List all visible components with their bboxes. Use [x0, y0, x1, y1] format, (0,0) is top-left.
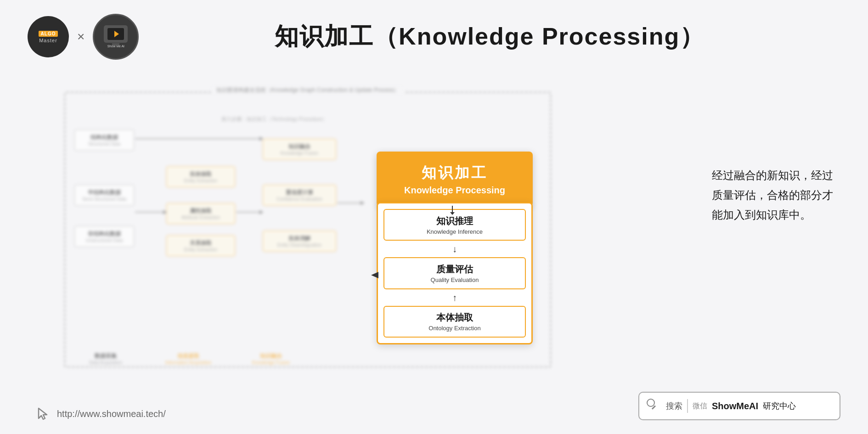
- left-arrow-svg: [371, 271, 379, 279]
- research-center: 研究中心: [763, 400, 796, 411]
- bottom-2-cn: 信息提取: [161, 352, 216, 360]
- play-icon: [114, 31, 119, 37]
- search-icon-wrapper: [647, 399, 661, 413]
- extract-2-en: Attribute Extraction: [170, 215, 231, 220]
- fusion-2-en: Confidence Evaluation: [267, 197, 332, 202]
- extract-1-cn: 实体抽取: [170, 170, 231, 178]
- step-quality-evaluation: 质量评估 Quality Evaluation: [383, 257, 526, 289]
- extract-1: 实体抽取 Entity Extraction: [166, 166, 235, 187]
- kp-title-en: Knowledge Processing: [404, 185, 505, 196]
- wechat-divider: [687, 399, 688, 413]
- source-1: 结构化数据 Structured Data: [74, 130, 134, 151]
- fusion-2-cn: 置信度计算: [267, 189, 332, 197]
- source-2-cn: 半结构化数据: [79, 189, 130, 197]
- outer-box-label: 知识图谱构建全流程（Knowledge Graph Construction &…: [212, 86, 404, 94]
- stand: [112, 43, 119, 45]
- fusion-3-en: Entity Disambiguation: [267, 242, 332, 248]
- extract-2-cn: 属性抽取: [170, 207, 231, 215]
- page-title: 知识加工（Knowledge Processing）: [139, 21, 840, 53]
- main-container: ALGO Master × Show Me AI 知识加工: [0, 0, 868, 434]
- source-3: 非结构化数据 Unstructured Data: [74, 226, 134, 247]
- fusion-1: 知识融合 Knowledge Fusion: [263, 139, 336, 160]
- bottom-3-en: Knowledge Fusion: [243, 360, 299, 365]
- connector-svg: [448, 206, 457, 215]
- source-2: 半结构化数据 Semi-Structured Data: [74, 185, 134, 206]
- extract-3-en: Entity Extraction: [170, 247, 231, 252]
- bottom-1-cn: 数据采集: [78, 352, 133, 360]
- x-separator: ×: [77, 29, 85, 44]
- bottom-1: 数据采集 Data Acquisition: [78, 352, 133, 365]
- wechat-search[interactable]: 搜索 微信 ShowMeAI 研究中心: [638, 392, 840, 420]
- bottom-2-en: Information Acquisition: [161, 360, 216, 365]
- step-3-en: Ontology Extraction: [428, 325, 480, 332]
- description-text: 经过融合的新知识，经过质量评估，合格的部分才能加入到知识库中。: [712, 165, 840, 225]
- source-1-cn: 结构化数据: [79, 134, 130, 141]
- source-1-en: Structured Data: [79, 141, 130, 147]
- logo-area: ALGO Master × Show Me AI: [28, 14, 139, 60]
- extract-3-cn: 关系抽取: [170, 239, 231, 247]
- master-text: Master: [39, 38, 57, 43]
- search-label: 搜索: [666, 400, 682, 411]
- monitor-icon: [104, 25, 128, 43]
- source-2-en: Semi-Structured Data: [79, 197, 130, 202]
- url-text: http://www.showmeai.tech/: [57, 409, 166, 419]
- source-3-en: Unstructured Data: [79, 238, 130, 243]
- extract-2: 属性抽取 Attribute Extraction: [166, 203, 235, 224]
- fusion-2: 置信度计算 Confidence Evaluation: [263, 185, 336, 206]
- step-ontology-extraction: 本体抽取 Ontology Extraction: [383, 306, 526, 338]
- arrow-up-1: ↑: [383, 293, 526, 302]
- extract-3: 关系抽取 Entity Extraction: [166, 235, 235, 256]
- bottom-row: 数据采集 Data Acquisition 信息提取 Information A…: [78, 352, 299, 365]
- showmeai-brand: ShowMeAI: [712, 401, 758, 411]
- step-3-cn: 本体抽取: [436, 311, 473, 324]
- step-2-en: Quality Evaluation: [431, 276, 479, 283]
- svg-marker-6: [371, 272, 378, 278]
- algo-badge: ALGO: [39, 31, 58, 37]
- step-1-cn: 知识推理: [436, 215, 473, 227]
- screen: [107, 28, 124, 40]
- fusion-3-cn: 实体消解: [267, 235, 332, 242]
- fusion-1-cn: 知识融合: [267, 143, 332, 151]
- bottom-3: 知识融合 Knowledge Fusion: [243, 352, 299, 365]
- process-steps-box: 知识推理 Knowledge Inference ↓ 质量评估 Quality …: [377, 202, 533, 344]
- diagram-area: 知识图谱构建全流程（Knowledge Graph Construction &…: [0, 73, 868, 388]
- bottom-3-cn: 知识融合: [243, 352, 299, 360]
- step-1-en: Knowledge Inference: [427, 228, 483, 235]
- algo-master-logo: ALGO Master: [28, 16, 69, 57]
- extract-1-en: Entity Extraction: [170, 178, 231, 183]
- knowledge-processing-box: 知识加工 Knowledge Processing: [377, 152, 533, 207]
- showme-logo: Show Me AI: [93, 14, 139, 60]
- header: ALGO Master × Show Me AI 知识加工: [0, 0, 868, 73]
- wechat-label: 微信: [693, 401, 707, 411]
- cursor-icon: [37, 406, 51, 421]
- footer-url: http://www.showmeai.tech/: [37, 406, 166, 421]
- inner-label: 第六步骤：知识加工（Technology Procedure）: [221, 116, 327, 123]
- svg-marker-5: [450, 212, 455, 215]
- step-2-cn: 质量评估: [436, 263, 473, 276]
- kp-title-cn: 知识加工: [422, 163, 488, 183]
- source-3-cn: 非结构化数据: [79, 230, 130, 238]
- bottom-1-en: Data Acquisition: [78, 360, 133, 365]
- arrow-down-1: ↓: [383, 244, 526, 254]
- bottom-2: 信息提取 Information Acquisition: [161, 352, 216, 365]
- fusion-1-en: Knowledge Fusion: [267, 151, 332, 156]
- fusion-3: 实体消解 Entity Disambiguation: [263, 231, 336, 252]
